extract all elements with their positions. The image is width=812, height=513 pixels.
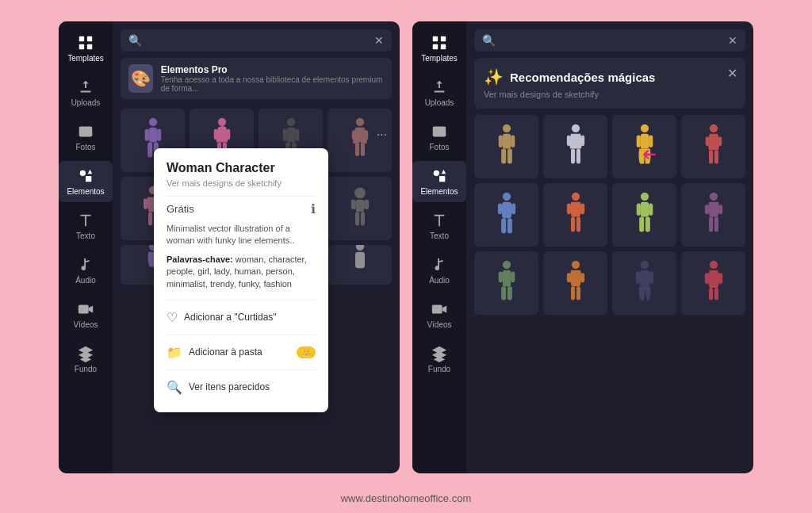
tooltip-action-folder[interactable]: 📁 Adicionar à pasta 👑 xyxy=(167,340,316,365)
more-options[interactable]: ... xyxy=(377,124,387,139)
right-sidebar-label-audio: Áudio xyxy=(429,276,450,285)
svg-rect-32 xyxy=(144,198,147,209)
right-sidebar-item-templates[interactable]: Templates xyxy=(412,28,466,69)
svg-rect-72 xyxy=(507,149,511,164)
sidebar-item-fundo[interactable]: Fundo xyxy=(59,339,113,380)
svg-point-120 xyxy=(640,261,648,269)
right-char-figure-11 xyxy=(629,259,661,307)
svg-point-104 xyxy=(709,193,717,201)
tooltip-divider-3 xyxy=(167,335,316,335)
right-char-9[interactable] xyxy=(474,251,538,315)
search-similar-icon: 🔍 xyxy=(167,380,182,395)
svg-rect-100 xyxy=(636,203,640,215)
right-sidebar-label-texto: Texto xyxy=(430,232,449,240)
right-char-4[interactable] xyxy=(681,115,745,178)
svg-point-98 xyxy=(640,193,648,201)
magic-card-subtitle[interactable]: Ver mais designs de sketchify xyxy=(484,90,736,99)
sidebar-label-fotos: Fotos xyxy=(75,143,95,151)
right-sidebar-item-elementos[interactable]: Elementos xyxy=(412,161,466,202)
sidebar-item-texto[interactable]: Texto xyxy=(59,205,113,247)
folder-icon: 📁 xyxy=(167,345,182,360)
svg-rect-69 xyxy=(498,135,502,147)
right-char-figure-1 xyxy=(491,123,523,170)
right-sidebar-item-fundo[interactable]: Fundo xyxy=(412,339,466,380)
right-char-7[interactable] xyxy=(612,183,676,247)
search-icon: 🔍 xyxy=(128,34,142,47)
char-item-4[interactable] xyxy=(327,109,392,172)
sidebar-item-videos[interactable]: Vídeos xyxy=(59,294,113,335)
svg-rect-114 xyxy=(507,286,511,300)
promo-banner[interactable]: 🎨 Elementos Pro Tenha acesso a toda a no… xyxy=(121,58,392,99)
right-char-1[interactable] xyxy=(474,115,538,178)
sidebar-item-uploads[interactable]: Uploads xyxy=(59,72,113,113)
tooltip-keywords: Palavras-chave: woman, character, people… xyxy=(167,254,316,290)
right-grid-icon xyxy=(431,34,448,52)
right-char-2[interactable] xyxy=(543,115,607,178)
promo-title: Elementos Pro xyxy=(161,64,384,75)
right-sidebar-label-elementos: Elementos xyxy=(420,187,458,196)
right-char-grid xyxy=(474,115,745,315)
right-char-figure-5 xyxy=(491,191,523,239)
right-sidebar-item-audio[interactable]: Áudio xyxy=(412,250,466,291)
svg-rect-85 xyxy=(709,150,713,163)
char-item-12[interactable] xyxy=(327,245,392,285)
left-clear-icon[interactable]: ✕ xyxy=(374,34,384,47)
tooltip-subtitle[interactable]: Ver mais designs de sketchify xyxy=(167,178,316,188)
svg-rect-76 xyxy=(571,149,575,164)
svg-rect-106 xyxy=(718,205,722,214)
right-char-8[interactable] xyxy=(681,183,745,247)
tooltip-info-icon[interactable]: ℹ xyxy=(311,201,316,216)
svg-point-93 xyxy=(571,193,579,201)
magic-recommendations-card: ✨ Recomendações mágicas ✕ Ver mais desig… xyxy=(474,58,745,109)
svg-rect-95 xyxy=(580,203,584,214)
svg-rect-30 xyxy=(360,143,364,156)
magic-icon: ✨ xyxy=(484,67,504,86)
sidebar-label-templates: Templates xyxy=(67,54,104,63)
svg-rect-2 xyxy=(79,44,84,49)
svg-rect-65 xyxy=(439,176,445,182)
sidebar-item-audio[interactable]: Áudio xyxy=(59,250,113,291)
right-sidebar-item-fotos[interactable]: Fotos xyxy=(412,117,466,158)
tooltip-action-similar[interactable]: 🔍 Ver itens parecidos xyxy=(167,375,316,400)
sidebar-item-templates[interactable]: Templates xyxy=(59,28,113,69)
left-search-input[interactable]: woman xyxy=(148,35,368,47)
sidebar-item-elementos[interactable]: Elementos xyxy=(59,161,113,202)
right-sidebar-item-texto[interactable]: Texto xyxy=(412,205,466,247)
image-icon xyxy=(77,123,94,140)
sidebar-label-fundo: Fundo xyxy=(75,365,97,373)
svg-point-9 xyxy=(148,118,156,126)
svg-rect-51 xyxy=(360,212,364,225)
tooltip-divider-4 xyxy=(167,369,316,370)
magic-card-close[interactable]: ✕ xyxy=(727,66,737,81)
right-char-5[interactable] xyxy=(474,183,538,247)
right-char-10[interactable] xyxy=(543,251,607,315)
tooltip-divider-1 xyxy=(167,196,316,197)
svg-rect-3 xyxy=(87,44,92,49)
right-char-12[interactable] xyxy=(681,251,745,315)
right-char-11[interactable] xyxy=(612,251,676,315)
char-item-8[interactable] xyxy=(327,177,392,240)
right-sidebar-item-videos[interactable]: Vídeos xyxy=(412,294,466,335)
right-char-figure-12 xyxy=(698,259,730,307)
right-sidebar-item-uploads[interactable]: Uploads xyxy=(412,72,466,113)
svg-rect-88 xyxy=(502,202,511,219)
right-char-figure-9 xyxy=(491,259,523,307)
svg-rect-112 xyxy=(511,271,515,282)
svg-rect-121 xyxy=(640,270,649,287)
left-search-bar: 🔍 woman ✕ xyxy=(121,29,392,52)
right-content-area: 🔍 woman ✕ ✨ Recomendações mágicas ✕ Ver … xyxy=(466,21,753,473)
right-char-6[interactable] xyxy=(543,183,607,247)
sidebar-item-fotos[interactable]: Fotos xyxy=(59,117,113,158)
svg-rect-60 xyxy=(433,44,438,49)
promo-text: Elementos Pro Tenha acesso a toda a noss… xyxy=(161,64,384,93)
svg-rect-83 xyxy=(705,136,708,146)
layers-icon xyxy=(77,345,94,362)
tooltip-keywords-label: Palavras-chave: xyxy=(167,255,233,264)
svg-point-73 xyxy=(571,124,579,132)
tooltip-title: Woman Character xyxy=(167,161,316,175)
right-clear-icon[interactable]: ✕ xyxy=(728,34,737,47)
svg-point-124 xyxy=(709,261,717,269)
right-char-figure-2 xyxy=(560,123,592,170)
right-search-input[interactable]: woman xyxy=(502,35,722,47)
tooltip-action-like[interactable]: ♡ Adicionar a "Curtidas" xyxy=(167,305,316,330)
